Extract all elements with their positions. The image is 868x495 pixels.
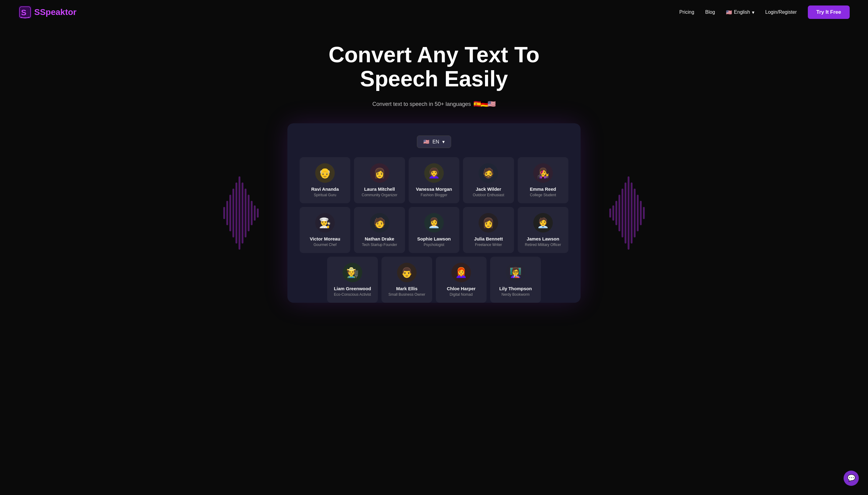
wave-bar [609, 208, 611, 218]
app-chevron-icon: ▾ [442, 139, 445, 144]
voice-card[interactable]: 👩‍🦰Chloe HarperDigital Nomad [436, 257, 486, 303]
wave-bar [631, 183, 633, 243]
voice-name: Laura Mitchell [358, 186, 401, 192]
speaktor-logo-icon: S [18, 5, 32, 19]
voice-card[interactable]: 👩‍🎤Emma ReedCollege Student [518, 157, 568, 203]
wave-bar [251, 201, 253, 225]
wave-bar [612, 205, 614, 221]
wave-bar [640, 201, 642, 225]
voice-role: Community Organizer [358, 193, 401, 197]
voice-card[interactable]: 👨‍🍳Victor MoreauGourmet Chef [300, 207, 350, 253]
wave-bar [615, 201, 617, 225]
logo-s: S [34, 7, 40, 17]
chat-bubble-button[interactable]: 💬 [844, 471, 859, 486]
voice-avatar: 🧑 [370, 213, 389, 233]
voice-name: Ravi Ananda [303, 186, 347, 192]
svg-text:S: S [21, 8, 26, 17]
wave-bar [621, 189, 623, 237]
wave-bar [229, 195, 231, 231]
app-lang-btn[interactable]: 🇺🇸 EN ▾ [417, 136, 451, 148]
voice-card[interactable]: 👴Ravi AnandaSpiritual Guru [300, 157, 350, 203]
nav-links: Pricing Blog 🇺🇸 English ▾ Login/Register… [679, 5, 850, 19]
voice-avatar: 🧑‍💼 [533, 213, 553, 233]
wave-bar [235, 183, 237, 243]
voice-avatar: 👩 [370, 163, 389, 183]
right-waveform [606, 123, 648, 303]
wave-bar [241, 183, 244, 243]
voice-grid-row3: 🧑‍🌾Liam GreenwoodEco-Conscious Activist👨… [300, 257, 568, 303]
wave-bar [637, 195, 639, 231]
wave-bar [223, 207, 225, 219]
wave-bar [245, 189, 247, 237]
voice-card[interactable]: 👩‍🦱Vanessa MorganFashion Blogger [408, 157, 460, 203]
wave-bar [624, 183, 627, 243]
voice-role: Nerdy Bookworm [494, 292, 537, 297]
language-label: English [734, 10, 750, 15]
voice-role: Tech Startup Founder [358, 243, 401, 247]
voice-card[interactable]: 🧑‍🌾Liam GreenwoodEco-Conscious Activist [327, 257, 378, 303]
voice-role: Spiritual Guru [303, 193, 347, 197]
voice-name: Sophie Lawson [412, 236, 456, 241]
voice-role: Outdoor Enthusiast [467, 193, 510, 197]
voice-name: Lily Thompson [494, 286, 537, 291]
voice-name: Victor Moreau [303, 236, 347, 241]
voice-name: Julia Bennett [467, 236, 510, 241]
voice-card[interactable]: 👩Laura MitchellCommunity Organizer [354, 157, 405, 203]
wave-bar [226, 201, 228, 225]
voice-avatar: 👩‍🏫 [506, 263, 525, 282]
voice-avatar: 👴 [315, 163, 335, 183]
voice-card[interactable]: 🧑Nathan DrakeTech Startup Founder [354, 207, 405, 253]
voice-role: Small Business Owner [385, 292, 429, 297]
voice-avatar: 👩 [479, 213, 498, 233]
voice-role: College Student [521, 193, 565, 197]
voice-avatar: 🧑‍🌾 [343, 263, 362, 282]
logo[interactable]: S SSpeaktor [18, 5, 77, 19]
voice-avatar: 👨‍🍳 [315, 213, 335, 233]
wave-bar [257, 208, 259, 218]
logo-text: SSpeaktor [34, 7, 77, 17]
us-flag-icon: 🇺🇸 [726, 10, 732, 15]
language-flags: 🇪🇸 🇩🇪 🇺🇸 [474, 100, 496, 108]
voice-grid-row2: 👨‍🍳Victor MoreauGourmet Chef🧑Nathan Drak… [300, 207, 568, 253]
language-selector[interactable]: 🇺🇸 English ▾ [726, 10, 754, 15]
hero-title: Convert Any Text To Speech Easily [297, 43, 571, 91]
nav-pricing[interactable]: Pricing [679, 10, 694, 15]
voice-name: Vanessa Morgan [412, 186, 456, 192]
flag-us: 🇺🇸 [487, 100, 496, 108]
chat-icon: 💬 [847, 474, 855, 482]
hero-subtitle-text: Convert text to speech in 50+ languages [372, 101, 471, 107]
voice-avatar: 👩‍🦰 [451, 263, 471, 282]
voice-card[interactable]: 🧑‍💼James LawsonRetired Military Officer [518, 207, 568, 253]
voice-card[interactable]: 🧔Jack WilderOutdoor Enthusiast [463, 157, 514, 203]
voice-name: Nathan Drake [358, 236, 401, 241]
nav-blog[interactable]: Blog [705, 10, 715, 15]
wave-bar [254, 205, 256, 221]
voice-role: Retired Military Officer [521, 243, 565, 247]
waveform-container: 🇺🇸 EN ▾ 👴Ravi AnandaSpiritual Guru👩Laura… [220, 123, 648, 303]
voice-avatar: 🧔 [479, 163, 498, 183]
voice-grid-row1: 👴Ravi AnandaSpiritual Guru👩Laura Mitchel… [300, 157, 568, 203]
voice-avatar: 👩‍🦱 [424, 163, 444, 183]
voice-role: Eco-Conscious Activist [331, 292, 374, 297]
wave-bar [238, 176, 240, 250]
voice-card[interactable]: 👨Mark EllisSmall Business Owner [382, 257, 432, 303]
voice-card[interactable]: 👩‍🏫Lily ThompsonNerdy Bookworm [490, 257, 541, 303]
app-lang-label: EN [433, 139, 439, 144]
voice-card[interactable]: 👩‍💼Sophie LawsonPsychologist [408, 207, 460, 253]
voice-name: Mark Ellis [385, 286, 429, 291]
voice-name: Liam Greenwood [331, 286, 374, 291]
voice-name: Chloe Harper [439, 286, 483, 291]
hero-subtitle: Convert text to speech in 50+ languages … [6, 100, 862, 108]
voice-role: Freelance Writer [467, 243, 510, 247]
voice-role: Digital Nomad [439, 292, 483, 297]
navbar: S SSpeaktor Pricing Blog 🇺🇸 English ▾ Lo… [0, 0, 868, 24]
voice-role: Psychologist [412, 243, 456, 247]
nav-login[interactable]: Login/Register [765, 10, 797, 15]
voice-card[interactable]: 👩Julia BennettFreelance Writer [463, 207, 514, 253]
wave-bar [643, 207, 645, 219]
chevron-down-icon: ▾ [752, 10, 754, 15]
voice-avatar: 👩‍🎤 [533, 163, 553, 183]
voice-avatar: 👨 [397, 263, 417, 282]
wave-bar [634, 189, 636, 237]
try-it-free-button[interactable]: Try It Free [808, 5, 850, 19]
